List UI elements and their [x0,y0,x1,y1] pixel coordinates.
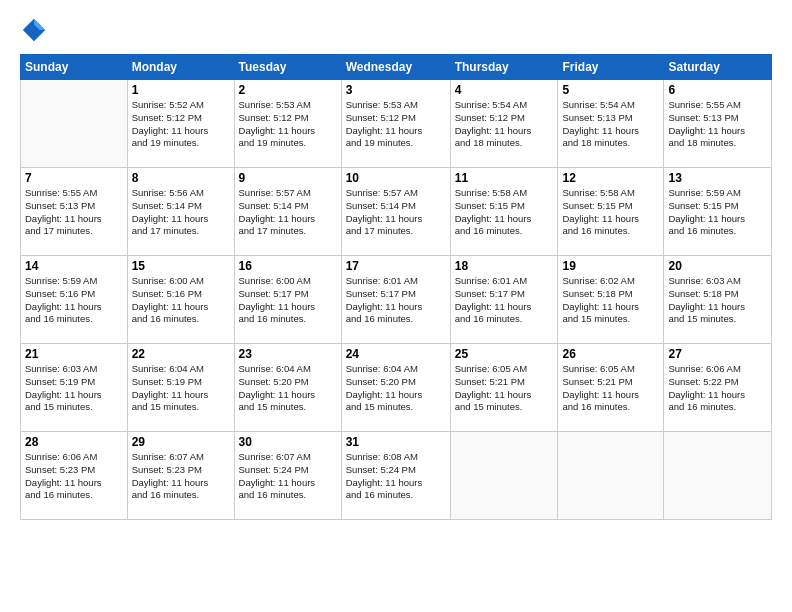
day-info: Sunrise: 5:58 AM Sunset: 5:15 PM Dayligh… [455,187,554,238]
day-number: 6 [668,83,767,97]
page: SundayMondayTuesdayWednesdayThursdayFrid… [0,0,792,612]
day-header-tuesday: Tuesday [234,55,341,80]
day-header-sunday: Sunday [21,55,128,80]
day-info: Sunrise: 6:01 AM Sunset: 5:17 PM Dayligh… [346,275,446,326]
calendar-cell: 11Sunrise: 5:58 AM Sunset: 5:15 PM Dayli… [450,168,558,256]
day-number: 15 [132,259,230,273]
calendar-body: 1Sunrise: 5:52 AM Sunset: 5:12 PM Daylig… [21,80,772,520]
calendar-cell: 23Sunrise: 6:04 AM Sunset: 5:20 PM Dayli… [234,344,341,432]
header [20,16,772,44]
calendar-cell: 19Sunrise: 6:02 AM Sunset: 5:18 PM Dayli… [558,256,664,344]
calendar-cell: 26Sunrise: 6:05 AM Sunset: 5:21 PM Dayli… [558,344,664,432]
day-number: 31 [346,435,446,449]
header-row: SundayMondayTuesdayWednesdayThursdayFrid… [21,55,772,80]
logo-icon [20,16,48,44]
calendar-cell: 13Sunrise: 5:59 AM Sunset: 5:15 PM Dayli… [664,168,772,256]
calendar-cell: 7Sunrise: 5:55 AM Sunset: 5:13 PM Daylig… [21,168,128,256]
calendar-cell: 28Sunrise: 6:06 AM Sunset: 5:23 PM Dayli… [21,432,128,520]
day-info: Sunrise: 6:06 AM Sunset: 5:22 PM Dayligh… [668,363,767,414]
calendar-cell: 8Sunrise: 5:56 AM Sunset: 5:14 PM Daylig… [127,168,234,256]
day-number: 12 [562,171,659,185]
day-number: 5 [562,83,659,97]
calendar-cell: 6Sunrise: 5:55 AM Sunset: 5:13 PM Daylig… [664,80,772,168]
day-number: 8 [132,171,230,185]
week-row-1: 1Sunrise: 5:52 AM Sunset: 5:12 PM Daylig… [21,80,772,168]
logo [20,16,52,44]
day-number: 10 [346,171,446,185]
calendar-cell [558,432,664,520]
calendar-cell: 31Sunrise: 6:08 AM Sunset: 5:24 PM Dayli… [341,432,450,520]
day-number: 29 [132,435,230,449]
day-number: 1 [132,83,230,97]
day-number: 21 [25,347,123,361]
day-info: Sunrise: 5:57 AM Sunset: 5:14 PM Dayligh… [239,187,337,238]
calendar-cell: 16Sunrise: 6:00 AM Sunset: 5:17 PM Dayli… [234,256,341,344]
day-number: 14 [25,259,123,273]
day-number: 4 [455,83,554,97]
calendar-cell: 21Sunrise: 6:03 AM Sunset: 5:19 PM Dayli… [21,344,128,432]
day-number: 28 [25,435,123,449]
calendar-cell: 14Sunrise: 5:59 AM Sunset: 5:16 PM Dayli… [21,256,128,344]
calendar-cell: 17Sunrise: 6:01 AM Sunset: 5:17 PM Dayli… [341,256,450,344]
calendar-cell: 12Sunrise: 5:58 AM Sunset: 5:15 PM Dayli… [558,168,664,256]
day-info: Sunrise: 5:59 AM Sunset: 5:15 PM Dayligh… [668,187,767,238]
day-info: Sunrise: 6:04 AM Sunset: 5:19 PM Dayligh… [132,363,230,414]
day-number: 7 [25,171,123,185]
day-number: 27 [668,347,767,361]
day-info: Sunrise: 5:52 AM Sunset: 5:12 PM Dayligh… [132,99,230,150]
day-number: 18 [455,259,554,273]
day-info: Sunrise: 6:00 AM Sunset: 5:16 PM Dayligh… [132,275,230,326]
calendar-cell: 2Sunrise: 5:53 AM Sunset: 5:12 PM Daylig… [234,80,341,168]
week-row-3: 14Sunrise: 5:59 AM Sunset: 5:16 PM Dayli… [21,256,772,344]
day-info: Sunrise: 5:57 AM Sunset: 5:14 PM Dayligh… [346,187,446,238]
week-row-5: 28Sunrise: 6:06 AM Sunset: 5:23 PM Dayli… [21,432,772,520]
day-number: 23 [239,347,337,361]
day-info: Sunrise: 6:03 AM Sunset: 5:19 PM Dayligh… [25,363,123,414]
calendar-cell: 4Sunrise: 5:54 AM Sunset: 5:12 PM Daylig… [450,80,558,168]
day-info: Sunrise: 5:53 AM Sunset: 5:12 PM Dayligh… [239,99,337,150]
calendar-cell: 3Sunrise: 5:53 AM Sunset: 5:12 PM Daylig… [341,80,450,168]
calendar-cell: 25Sunrise: 6:05 AM Sunset: 5:21 PM Dayli… [450,344,558,432]
day-number: 22 [132,347,230,361]
day-info: Sunrise: 6:08 AM Sunset: 5:24 PM Dayligh… [346,451,446,502]
calendar-cell [21,80,128,168]
day-info: Sunrise: 5:53 AM Sunset: 5:12 PM Dayligh… [346,99,446,150]
calendar-header: SundayMondayTuesdayWednesdayThursdayFrid… [21,55,772,80]
calendar-cell: 18Sunrise: 6:01 AM Sunset: 5:17 PM Dayli… [450,256,558,344]
day-header-thursday: Thursday [450,55,558,80]
calendar-cell: 27Sunrise: 6:06 AM Sunset: 5:22 PM Dayli… [664,344,772,432]
week-row-2: 7Sunrise: 5:55 AM Sunset: 5:13 PM Daylig… [21,168,772,256]
calendar-cell [664,432,772,520]
day-number: 13 [668,171,767,185]
day-header-friday: Friday [558,55,664,80]
day-header-saturday: Saturday [664,55,772,80]
day-number: 26 [562,347,659,361]
day-info: Sunrise: 6:01 AM Sunset: 5:17 PM Dayligh… [455,275,554,326]
day-info: Sunrise: 6:03 AM Sunset: 5:18 PM Dayligh… [668,275,767,326]
day-info: Sunrise: 6:07 AM Sunset: 5:24 PM Dayligh… [239,451,337,502]
calendar-cell: 9Sunrise: 5:57 AM Sunset: 5:14 PM Daylig… [234,168,341,256]
day-info: Sunrise: 5:56 AM Sunset: 5:14 PM Dayligh… [132,187,230,238]
calendar-cell: 20Sunrise: 6:03 AM Sunset: 5:18 PM Dayli… [664,256,772,344]
day-number: 30 [239,435,337,449]
day-number: 17 [346,259,446,273]
day-number: 19 [562,259,659,273]
day-info: Sunrise: 6:05 AM Sunset: 5:21 PM Dayligh… [562,363,659,414]
day-info: Sunrise: 6:07 AM Sunset: 5:23 PM Dayligh… [132,451,230,502]
calendar-cell [450,432,558,520]
day-info: Sunrise: 6:00 AM Sunset: 5:17 PM Dayligh… [239,275,337,326]
calendar-cell: 15Sunrise: 6:00 AM Sunset: 5:16 PM Dayli… [127,256,234,344]
day-info: Sunrise: 6:06 AM Sunset: 5:23 PM Dayligh… [25,451,123,502]
day-info: Sunrise: 6:04 AM Sunset: 5:20 PM Dayligh… [239,363,337,414]
day-number: 20 [668,259,767,273]
day-header-monday: Monday [127,55,234,80]
calendar-table: SundayMondayTuesdayWednesdayThursdayFrid… [20,54,772,520]
day-info: Sunrise: 5:55 AM Sunset: 5:13 PM Dayligh… [25,187,123,238]
day-info: Sunrise: 6:02 AM Sunset: 5:18 PM Dayligh… [562,275,659,326]
day-number: 25 [455,347,554,361]
week-row-4: 21Sunrise: 6:03 AM Sunset: 5:19 PM Dayli… [21,344,772,432]
calendar-cell: 30Sunrise: 6:07 AM Sunset: 5:24 PM Dayli… [234,432,341,520]
day-number: 2 [239,83,337,97]
calendar-cell: 29Sunrise: 6:07 AM Sunset: 5:23 PM Dayli… [127,432,234,520]
day-info: Sunrise: 5:54 AM Sunset: 5:12 PM Dayligh… [455,99,554,150]
